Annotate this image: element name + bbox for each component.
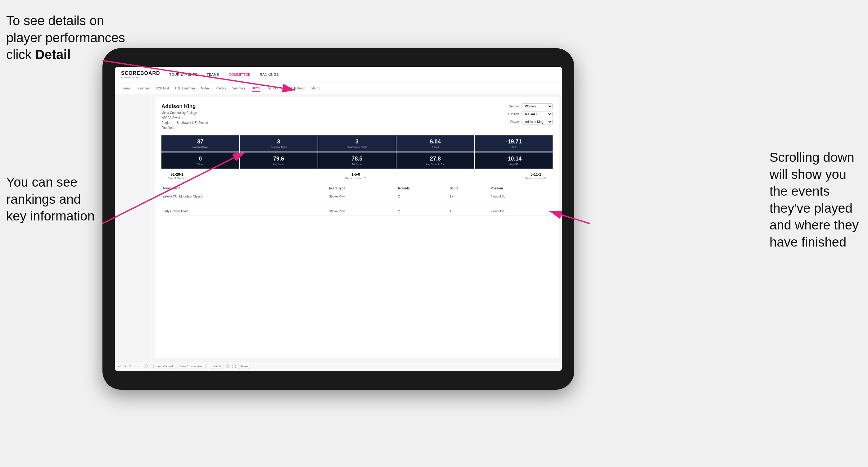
spacer-row [161,201,553,207]
annotation-top-left: To see details on player performances cl… [6,12,125,63]
view-original-button[interactable]: View: Original [153,364,175,369]
subnav-matrix1[interactable]: Matrix [201,85,209,91]
gender-label: Gender [509,105,519,108]
annotation-bottom-left: You can see rankings and key information [6,174,95,225]
annotation-tl-line3-prefix: click [6,47,35,62]
stat-sos-label: SoS [477,146,551,148]
content-panel: Addison King Mesa Community College NJCA… [155,97,559,358]
subnav-matrix2[interactable]: Matrix [311,85,320,91]
player-region: Region 1 - Southwest (18) District [161,121,208,125]
row2-event-type: Stroke Play [328,207,397,216]
record-overall: 91-20-1 Overall Record [168,172,186,180]
subnav-summary1[interactable]: Summary [136,85,150,91]
record-overall-value: 91-20-1 [168,172,186,177]
stat-avg-score-label: Avg Score [242,163,315,165]
col-position: Position [490,185,553,192]
clock-icon[interactable]: 🕐 [144,364,148,368]
top-nav: SCOREBOARD Powered by clippd TOURNAMENTS… [115,67,562,83]
player-name: Addison King [161,103,208,110]
watch-button[interactable]: Watch [211,364,223,369]
refresh-icon[interactable]: ⟳ [128,364,131,368]
gender-select[interactable]: Women [522,103,553,109]
row1-rounds: 2 [397,192,448,201]
redo-icon[interactable]: ↪ [123,364,126,368]
stat-wins-value: 0 [163,156,237,162]
nav-tournaments[interactable]: TOURNAMENTS [169,71,197,78]
stat-avg-score: 79.6 Avg Score [240,152,317,168]
expand-icon[interactable]: ⛶ [232,365,236,368]
subnav-h2h-heatmap2[interactable]: H2H Heatmap [286,85,305,91]
stat-sos-value: -19.71 [477,138,551,145]
tablet-frame: SCOREBOARD Powered by clippd TOURNAMENTS… [102,48,574,390]
subnav-summary2[interactable]: Summary [232,85,246,91]
nav-rankings[interactable]: RANKINGS [260,71,279,78]
division-filter-row: Division NJCAA I [508,111,553,117]
stat-regional-rank-label: Regional Rank [242,146,315,148]
table-row: Estella CC- Mountain Classic Stroke Play… [161,192,553,201]
subnav-teams[interactable]: Teams [121,85,130,91]
nav-teams[interactable]: TEAMS [207,71,219,78]
player-year: First Year [161,125,208,130]
stat-adj-score-value: 78.5 [320,156,394,162]
record-top25-label: Record vs top 25 [345,177,366,180]
annotation-r-line5: and where they [770,218,859,232]
record-top50-label: Record vs top 50 [525,177,547,180]
gender-filter-row: Gender Women [509,103,553,109]
player-header: Addison King Mesa Community College NJCA… [161,103,553,130]
stat-adj-score-label: Adj Score [320,163,394,165]
stat-avg-score-to-par-label: Avg Score to Par [398,163,472,165]
stat-conference-rank: 3 Conference Rank [318,135,396,152]
record-overall-label: Overall Record [168,177,186,180]
toolbar-separator3 [208,364,208,369]
record-top25-value: 1-5-0 [345,172,366,177]
logo-area: SCOREBOARD Powered by clippd [121,70,160,79]
tournament-table: Tournament Event Type Rounds Score Posit… [161,185,553,216]
main-content: Addison King Mesa Community College NJCA… [115,94,562,361]
col-tournament: Tournament [161,185,318,192]
player-filters: Gender Women Division NJCAA I [508,103,553,130]
sub-nav: Teams Summary H2H Grid H2H Heatmap Matri… [115,83,562,94]
stat-avg-score-to-par: 27.8 Avg Score to Par [397,152,474,168]
col-rounds: Rounds [397,185,448,192]
stat-avg-sg: -10.14 Avg SG [475,152,553,168]
subnav-h2h-grid1[interactable]: H2H Grid [156,85,169,91]
division-select[interactable]: NJCAA I [522,111,553,117]
annotation-tl-detail: Detail [35,47,70,62]
annotation-right: Scrolling down will show you the events … [770,149,859,251]
stat-avg-score-value: 79.6 [242,156,315,162]
stat-points: 6.04 Points [397,135,474,152]
stats-row-1: 37 National Rank 3 Regional Rank 3 Confe… [161,135,553,152]
table-row: Lady Coyote Invite Stroke Play 2 16 7 ou… [161,207,553,216]
undo-icon[interactable]: ↩ [118,364,121,368]
subnav-h2h-heatmap1[interactable]: H2H Heatmap [175,85,195,91]
subnav-h2h-grid2[interactable]: H2H Grid [266,85,279,91]
nav-committee[interactable]: COMMITTEE [228,71,251,78]
col-event-type: Event Type [328,185,397,192]
back-icon[interactable]: ‹ [134,365,135,368]
save-custom-view-button[interactable]: Save Custom View [178,364,206,369]
stat-avg-sg-label: Avg SG [477,163,551,165]
row2-score: 16 [448,207,490,216]
stat-wins: 0 Wins [161,152,239,168]
player-select[interactable]: Addison King [522,119,553,125]
subnav-players[interactable]: Players [216,85,226,91]
annotation-tl-line2: player performances [6,30,125,45]
forward-icon[interactable]: › [137,365,139,368]
toolbar-separator [141,364,141,369]
annotation-bl-line2: rankings and [6,192,81,207]
annotation-r-line2: will show you [770,167,846,182]
annotation-tl-line1: To see details on [6,13,104,28]
subnav-detail[interactable]: Detail [252,85,260,92]
row1-position: 4 out of 20 [490,192,553,201]
row2-empty [318,207,328,216]
record-top50-value: 5-11-1 [525,172,547,177]
division-label: Division [508,113,519,116]
row2-position: 7 out of 20 [490,207,553,216]
row2-rounds: 2 [397,207,448,216]
stat-points-value: 6.04 [398,138,472,145]
share-button[interactable]: Share [238,364,250,369]
player-filter-row: Player Addison King [510,119,553,125]
stat-conference-rank-value: 3 [320,138,394,145]
screen-icon[interactable]: ⬜ [225,364,230,368]
stat-national-rank-label: National Rank [163,146,237,148]
